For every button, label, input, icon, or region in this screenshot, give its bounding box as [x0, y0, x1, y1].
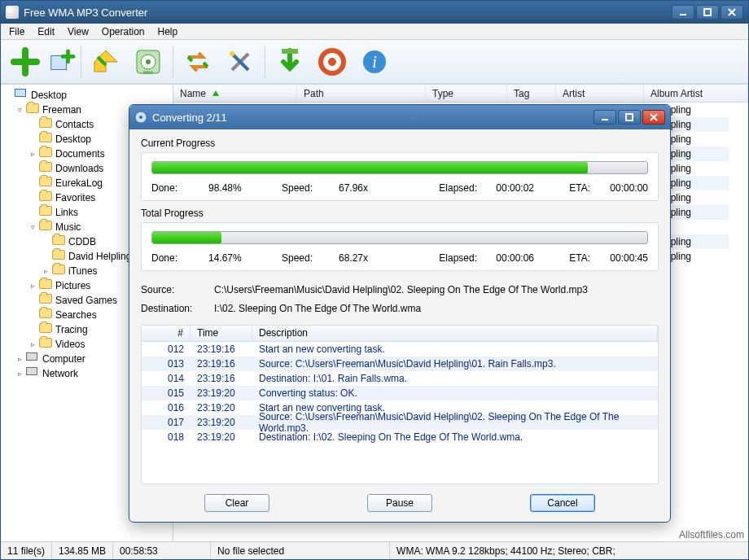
tree-label: CDDB [68, 236, 96, 247]
folder-icon [39, 308, 52, 322]
tree-label: Freeman [42, 104, 81, 116]
folder-icon [39, 162, 52, 175]
watermark: Allsoftfiles.com [679, 529, 744, 540]
close-button[interactable] [721, 5, 743, 20]
log-row[interactable]: 01223:19:16Start an new converting task. [142, 342, 658, 357]
svg-rect-13 [282, 49, 298, 54]
status-bar: 11 file(s) 134.85 MB 00:58:53 No file se… [1, 541, 748, 559]
log-col-desc[interactable]: Description [252, 326, 658, 341]
col-path[interactable]: Path [297, 85, 426, 102]
log-row[interactable]: 01323:19:16Source: C:\Users\Freeman\Musi… [142, 357, 658, 371]
total-done-label: Done: [151, 252, 208, 264]
main-titlebar[interactable]: Free WMA MP3 Converter [1, 1, 748, 24]
tree-label: Downloads [55, 163, 103, 174]
svg-point-8 [146, 59, 151, 64]
svg-point-20 [139, 116, 142, 119]
log-row[interactable]: 01523:19:20Converting status: OK. [142, 386, 658, 400]
total-elapsed-value: 00:00:06 [496, 252, 569, 264]
tree-label: Computer [42, 353, 85, 365]
refresh-button[interactable] [178, 42, 217, 81]
col-artist[interactable]: Artist [556, 85, 644, 102]
status-format: WMA: WMA 9.2 128kbps; 44100 Hz; Stereo; … [390, 542, 748, 559]
log-row[interactable]: 01823:19:20Destination: I:\02. Sleeping … [142, 430, 658, 444]
tree-label: David Helpling [68, 251, 131, 262]
current-progress-label: Current Progress [141, 138, 659, 149]
clear-button[interactable]: Clear [204, 494, 269, 512]
svg-text:WMA: WMA [143, 70, 154, 75]
add-folder-button[interactable] [48, 42, 76, 81]
folder-icon [52, 235, 65, 248]
help-button[interactable] [313, 42, 352, 81]
menu-help[interactable]: Help [153, 24, 183, 39]
tree-label: Desktop [31, 90, 67, 101]
dialog-titlebar[interactable]: Converting 2/11 [129, 105, 670, 129]
source-value: C:\Users\Freeman\Music\David Helpling\02… [214, 284, 588, 295]
tree-label: Desktop [55, 133, 91, 145]
svg-rect-22 [626, 114, 633, 120]
dialog-minimize-button[interactable] [594, 110, 616, 125]
current-eta-value: 00:00:00 [610, 182, 648, 194]
tree-label: Searches [55, 309, 97, 321]
col-type[interactable]: Type [426, 85, 507, 102]
comp-icon [26, 367, 39, 380]
total-progress-bar [151, 231, 648, 244]
folder-icon [39, 177, 52, 190]
folder-icon [39, 323, 52, 336]
menu-edit[interactable]: Edit [33, 24, 59, 39]
menu-operation[interactable]: Operation [97, 24, 150, 39]
total-speed-value: 68.27x [339, 252, 412, 264]
comp-icon [26, 352, 39, 365]
menu-view[interactable]: View [63, 24, 94, 39]
folder-icon [39, 133, 52, 146]
tools-button[interactable] [221, 42, 260, 81]
current-done-value: 98.48% [208, 182, 282, 194]
dialog-close-button[interactable] [642, 110, 665, 125]
svg-marker-18 [212, 90, 219, 96]
tree-item[interactable]: Desktop [2, 88, 171, 103]
log-row[interactable]: 01423:19:16Destination: I:\01. Rain Fall… [142, 371, 658, 386]
monitor-icon [15, 89, 28, 102]
col-tag[interactable]: Tag [507, 85, 556, 102]
total-speed-label: Speed: [282, 252, 339, 264]
disc-button[interactable]: WMA [129, 42, 168, 81]
log-col-time[interactable]: Time [191, 326, 252, 341]
download-button[interactable] [270, 42, 309, 81]
status-selection: No file selected [211, 542, 390, 559]
col-name[interactable]: Name [180, 88, 206, 99]
cancel-button[interactable]: Cancel [530, 494, 595, 512]
col-album-artist[interactable]: Album Artist [644, 85, 748, 102]
minimize-button[interactable] [672, 5, 694, 20]
svg-text:i: i [372, 53, 377, 71]
app-icon [6, 6, 19, 19]
total-progress-label: Total Progress [141, 208, 659, 219]
file-list-header[interactable]: Name Path Type Tag Artist Album Artist [173, 85, 748, 103]
folder-icon [39, 206, 52, 219]
dialog-title: Converting 2/11 [152, 112, 592, 124]
current-elapsed-value: 00:00:02 [496, 182, 569, 194]
tree-label: Contacts [55, 119, 94, 130]
menu-file[interactable]: File [4, 24, 29, 39]
status-duration: 00:58:53 [113, 542, 211, 559]
dialog-maximize-button[interactable] [618, 110, 641, 125]
tree-label: Network [42, 368, 78, 379]
tree-label: iTunes [68, 265, 98, 277]
svg-rect-1 [704, 9, 711, 15]
info-button[interactable]: i [355, 42, 394, 81]
svg-marker-5 [94, 50, 117, 72]
total-eta-value: 00:00:45 [610, 252, 648, 264]
pause-button[interactable]: Pause [367, 494, 432, 512]
tree-label: Tracing [55, 324, 88, 335]
convert-button[interactable] [86, 42, 125, 81]
tree-label: Links [55, 207, 78, 218]
tree-label: Favorites [55, 192, 95, 203]
sort-asc-icon [211, 89, 221, 98]
add-files-button[interactable] [6, 42, 45, 81]
folder-icon [26, 103, 39, 116]
current-speed-label: Speed: [282, 182, 339, 194]
folder-icon [39, 338, 52, 351]
maximize-button[interactable] [696, 5, 719, 20]
log-col-id[interactable]: # [142, 326, 191, 341]
log-box: # Time Description 01223:19:16Start an n… [141, 325, 659, 484]
cd-icon [134, 111, 147, 124]
log-row[interactable]: 01723:19:20Source: C:\Users\Freeman\Musi… [142, 415, 658, 430]
